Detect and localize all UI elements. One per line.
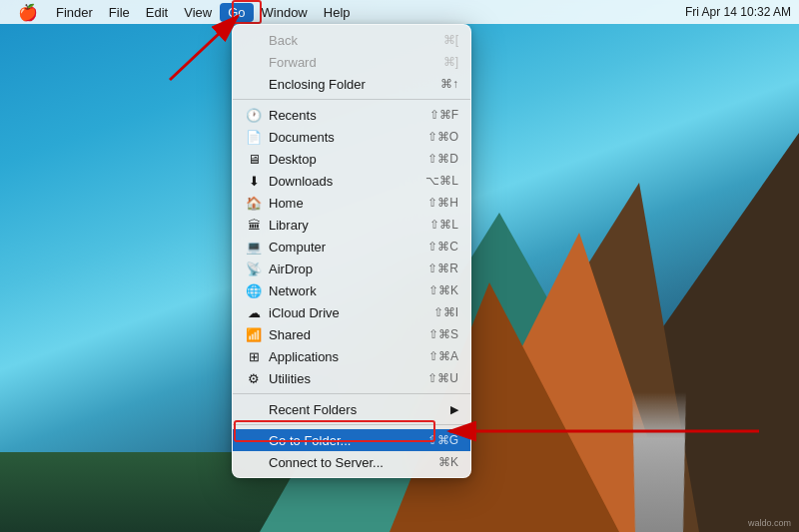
menu-item-connectserver[interactable]: Connect to Server... ⌘K xyxy=(233,451,470,473)
menubar-view[interactable]: View xyxy=(176,3,220,22)
menubar-finder[interactable]: Finder xyxy=(48,3,101,22)
library-label: Library xyxy=(269,218,429,233)
menu-item-back[interactable]: Back ⌘[ xyxy=(233,29,470,51)
watermark: waldo.com xyxy=(748,518,791,528)
shared-label: Shared xyxy=(269,327,428,342)
back-icon xyxy=(245,32,263,48)
icloud-icon: ☁ xyxy=(245,304,263,320)
utilities-label: Utilities xyxy=(269,371,427,386)
menu-item-desktop[interactable]: 🖥 Desktop ⇧⌘D xyxy=(233,148,470,170)
home-icon: 🏠 xyxy=(245,195,263,211)
shared-icon: 📶 xyxy=(245,326,263,342)
menu-item-documents[interactable]: 📄 Documents ⇧⌘O xyxy=(233,126,470,148)
home-shortcut: ⇧⌘H xyxy=(427,196,458,210)
go-dropdown-menu: Back ⌘[ Forward ⌘] Enclosing Folder ⌘↑ 🕐… xyxy=(232,24,471,478)
menu-item-icloud[interactable]: ☁ iCloud Drive ⇧⌘I xyxy=(233,301,470,323)
separator-2 xyxy=(233,393,470,394)
menu-item-airdrop[interactable]: 📡 AirDrop ⇧⌘R xyxy=(233,258,470,279)
menu-item-network[interactable]: 🌐 Network ⇧⌘K xyxy=(233,279,470,301)
menubar: 🍎 Finder File Edit View Go Window Help F… xyxy=(0,0,799,24)
recentfolders-label: Recent Folders xyxy=(269,402,450,417)
menubar-file[interactable]: File xyxy=(101,3,138,22)
home-label: Home xyxy=(269,196,427,211)
desktop-shortcut: ⇧⌘D xyxy=(427,152,458,166)
menubar-go[interactable]: Go xyxy=(220,3,253,22)
gotofolder-label: Go to Folder... xyxy=(269,433,427,448)
documents-label: Documents xyxy=(269,130,427,145)
connectserver-shortcut: ⌘K xyxy=(438,455,458,469)
menu-item-recentfolders[interactable]: Recent Folders ▶ xyxy=(233,398,470,420)
gotofolder-icon xyxy=(245,432,263,448)
desktop-icon: 🖥 xyxy=(245,151,263,167)
connectserver-icon xyxy=(245,454,263,470)
menubar-help[interactable]: Help xyxy=(316,3,359,22)
applications-shortcut: ⇧⌘A xyxy=(428,349,458,363)
menu-item-shared[interactable]: 📶 Shared ⇧⌘S xyxy=(233,323,470,345)
menu-item-library[interactable]: 🏛 Library ⇧⌘L xyxy=(233,214,470,236)
computer-icon: 💻 xyxy=(245,239,263,255)
documents-icon: 📄 xyxy=(245,129,263,145)
menubar-clock: Fri Apr 14 10:32 AM xyxy=(685,5,791,19)
back-label: Back xyxy=(269,33,443,48)
utilities-shortcut: ⇧⌘U xyxy=(427,371,458,385)
airdrop-label: AirDrop xyxy=(269,262,427,276)
recentfolders-arrow: ▶ xyxy=(450,403,458,416)
menu-item-utilities[interactable]: ⚙ Utilities ⇧⌘U xyxy=(233,367,470,389)
downloads-icon: ⬇ xyxy=(245,173,263,189)
downloads-label: Downloads xyxy=(269,174,425,189)
airdrop-icon: 📡 xyxy=(245,261,263,276)
menu-item-home[interactable]: 🏠 Home ⇧⌘H xyxy=(233,192,470,214)
icloud-shortcut: ⇧⌘I xyxy=(433,305,458,319)
menu-item-downloads[interactable]: ⬇ Downloads ⌥⌘L xyxy=(233,170,470,192)
forward-shortcut: ⌘] xyxy=(443,55,458,69)
menu-item-applications[interactable]: ⊞ Applications ⇧⌘A xyxy=(233,345,470,367)
connectserver-label: Connect to Server... xyxy=(269,455,438,470)
separator-1 xyxy=(233,99,470,100)
recents-label: Recents xyxy=(269,108,429,123)
documents-shortcut: ⇧⌘O xyxy=(427,130,458,144)
menubar-edit[interactable]: Edit xyxy=(138,3,176,22)
menu-item-recents[interactable]: 🕐 Recents ⇧⌘F xyxy=(233,104,470,126)
separator-3 xyxy=(233,424,470,425)
enclosing-label: Enclosing Folder xyxy=(269,77,440,92)
menubar-window[interactable]: Window xyxy=(254,3,316,22)
desktop-label: Desktop xyxy=(269,152,427,167)
back-shortcut: ⌘[ xyxy=(443,33,458,47)
menu-item-forward[interactable]: Forward ⌘] xyxy=(233,51,470,73)
airdrop-shortcut: ⇧⌘R xyxy=(427,262,458,275)
gotofolder-shortcut: ⇧⌘G xyxy=(427,433,458,447)
library-shortcut: ⇧⌘L xyxy=(429,218,458,232)
forward-label: Forward xyxy=(269,55,443,70)
menubar-right: Fri Apr 14 10:32 AM xyxy=(685,5,791,19)
icloud-label: iCloud Drive xyxy=(269,305,433,320)
menu-item-computer[interactable]: 💻 Computer ⇧⌘C xyxy=(233,236,470,258)
computer-shortcut: ⇧⌘C xyxy=(427,240,458,254)
enclosing-icon xyxy=(245,76,263,92)
applications-icon: ⊞ xyxy=(245,348,263,364)
downloads-shortcut: ⌥⌘L xyxy=(425,174,458,188)
apple-menu[interactable]: 🍎 xyxy=(8,3,48,22)
utilities-icon: ⚙ xyxy=(245,370,263,386)
menu-item-enclosing[interactable]: Enclosing Folder ⌘↑ xyxy=(233,73,470,95)
applications-label: Applications xyxy=(269,349,428,364)
forward-icon xyxy=(245,54,263,70)
library-icon: 🏛 xyxy=(245,217,263,233)
computer-label: Computer xyxy=(269,240,427,255)
network-icon: 🌐 xyxy=(245,282,263,298)
network-shortcut: ⇧⌘K xyxy=(428,283,458,297)
menu-item-gotofolder[interactable]: Go to Folder... ⇧⌘G xyxy=(233,429,470,451)
menubar-left: 🍎 Finder File Edit View Go Window Help xyxy=(8,3,359,22)
shared-shortcut: ⇧⌘S xyxy=(428,327,458,341)
recentfolders-icon xyxy=(245,401,263,417)
network-label: Network xyxy=(269,283,428,298)
recents-icon: 🕐 xyxy=(245,107,263,123)
recents-shortcut: ⇧⌘F xyxy=(429,108,458,122)
enclosing-shortcut: ⌘↑ xyxy=(440,77,458,91)
